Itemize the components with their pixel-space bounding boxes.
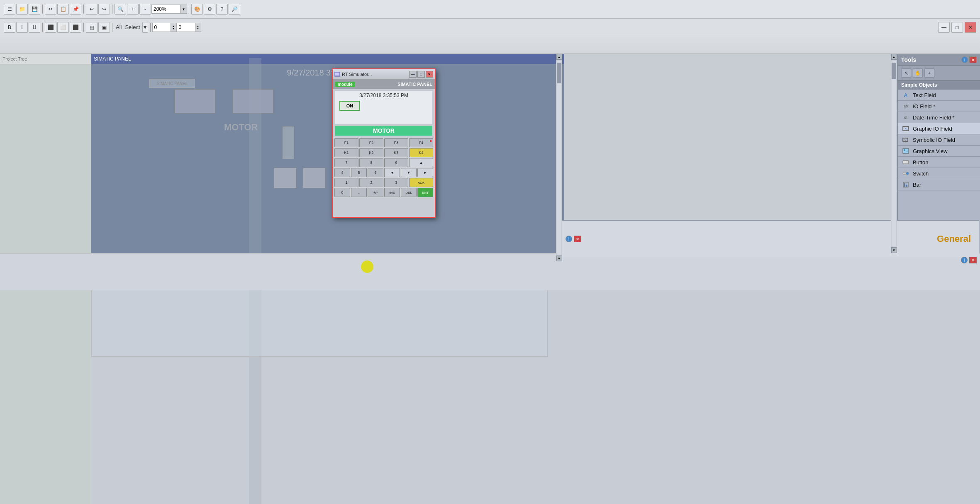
- scroll-track[interactable]: [892, 61, 896, 246]
- keypad-right[interactable]: ►: [417, 168, 433, 177]
- toolbar-select-dropdown[interactable]: ▼: [142, 22, 148, 33]
- keypad-left[interactable]: ◄: [384, 168, 400, 177]
- keypad-8[interactable]: 8: [359, 158, 383, 167]
- keypad-2[interactable]: 2: [359, 178, 383, 187]
- keypad-ins[interactable]: INS: [384, 188, 400, 197]
- general-panel-info[interactable]: i: [566, 236, 572, 242]
- keypad-9[interactable]: 9: [384, 158, 408, 167]
- keypad-1[interactable]: 1: [334, 178, 358, 187]
- window-maximize[interactable]: □: [951, 22, 963, 33]
- tool-item-graphics-view[interactable]: Graphics View: [898, 146, 980, 157]
- scroll-down[interactable]: ▼: [891, 247, 897, 253]
- toolbar-btn-zoom-in[interactable]: +: [127, 4, 139, 15]
- keypad-plusminus[interactable]: +/-: [368, 188, 383, 197]
- keypad-4[interactable]: 4: [334, 168, 350, 177]
- toolbar-layer-1[interactable]: ▤: [86, 22, 98, 33]
- toolbar-layer-2[interactable]: ▣: [98, 22, 110, 33]
- tool-item-symbolic-io-field[interactable]: SI Symbolic IO Field: [898, 134, 980, 146]
- toolbar-btn-zoom[interactable]: 🔍: [115, 4, 126, 15]
- keypad-row-123: 1 2 3 ACK: [334, 178, 433, 187]
- tool-item-switch[interactable]: Switch: [898, 168, 980, 179]
- toolbar-btn-search[interactable]: 🔎: [229, 4, 240, 15]
- toolbar-btn-help[interactable]: ?: [216, 4, 228, 15]
- right-panel-info[interactable]: i: [961, 257, 968, 263]
- zoom-value-input[interactable]: 200%: [151, 5, 180, 14]
- rt-sim-restore[interactable]: □: [417, 71, 425, 78]
- zoom-dropdown[interactable]: ▼: [180, 5, 187, 14]
- tool-hand-btn[interactable]: ✋: [913, 68, 923, 78]
- keypad-0[interactable]: 0: [334, 188, 350, 197]
- keypad-k2[interactable]: K2: [359, 148, 383, 157]
- rt-sim-close[interactable]: ✕: [426, 71, 433, 78]
- toolbar-btn-6[interactable]: 📌: [70, 4, 81, 15]
- coord-x[interactable]: 0: [152, 23, 171, 32]
- keypad-k3[interactable]: K3: [384, 148, 408, 157]
- keypad-up[interactable]: ▲: [409, 158, 433, 167]
- toolbar-sep-5: [42, 23, 43, 32]
- keypad-dot[interactable]: .: [351, 188, 367, 197]
- keypad-f3[interactable]: F3: [384, 138, 408, 147]
- main-scroll-down[interactable]: ▼: [556, 256, 562, 261]
- main-scroll-up[interactable]: ▲: [556, 54, 562, 60]
- keypad-f1[interactable]: F1: [334, 138, 358, 147]
- toolbar-btn-undo[interactable]: ↩: [86, 4, 98, 15]
- toolbar-btn-5[interactable]: 📋: [57, 4, 69, 15]
- tool-item-button[interactable]: Button: [898, 157, 980, 168]
- toolbar-btn-color[interactable]: 🎨: [191, 4, 203, 15]
- tool-item-io-field[interactable]: ab IO Field *: [898, 101, 980, 112]
- toolbar-btn-4[interactable]: ✂: [45, 4, 56, 15]
- tool-item-bar[interactable]: Bar: [898, 179, 980, 190]
- keypad-ack[interactable]: ACK: [409, 178, 433, 187]
- tool-item-datetime-field[interactable]: dt Date-Time Field *: [898, 112, 980, 123]
- general-panel-close[interactable]: ✕: [574, 236, 581, 242]
- rt-sim-simatic-label: SIMATIC PANEL: [397, 82, 432, 87]
- keypad-down[interactable]: ▼: [401, 168, 417, 177]
- toolbar-format-1[interactable]: B: [4, 22, 15, 33]
- keypad-7[interactable]: 7: [334, 158, 358, 167]
- toolbar-sep-8: [150, 23, 151, 32]
- tools-panel-info-btn[interactable]: i: [961, 56, 968, 63]
- motor-display-bg: [174, 89, 216, 114]
- coord-y-up[interactable]: ▲ ▼: [195, 23, 201, 32]
- toolbar-align-right[interactable]: ⬛: [70, 22, 81, 33]
- tools-panel-close-btn[interactable]: ✕: [969, 56, 977, 63]
- pipe-blurred: [282, 126, 295, 159]
- toolbar-btn-1[interactable]: ☰: [4, 4, 15, 15]
- svg-rect-13: [335, 73, 339, 75]
- toolbar-btn-redo[interactable]: ↪: [98, 4, 110, 15]
- keypad-5[interactable]: 5: [351, 168, 367, 177]
- window-close[interactable]: ✕: [965, 22, 976, 33]
- toolbar-format-3[interactable]: U: [29, 22, 40, 33]
- toolbar-format-2[interactable]: I: [16, 22, 28, 33]
- keypad-f2[interactable]: F2: [359, 138, 383, 147]
- keypad-k1[interactable]: K1: [334, 148, 358, 157]
- keypad-3[interactable]: 3: [384, 178, 408, 187]
- tool-cursor-btn[interactable]: ↖: [901, 68, 911, 78]
- toolbar-btn-settings[interactable]: ⚙: [204, 4, 215, 15]
- keypad-row-0: 0 . +/- INS DEL ENT: [334, 188, 433, 197]
- rt-sim-minimize[interactable]: —: [409, 71, 417, 78]
- rt-sim-title-text: RT Simulator...: [342, 72, 372, 77]
- window-minimize[interactable]: —: [938, 22, 950, 33]
- toolbar-btn-3[interactable]: 💾: [29, 4, 40, 15]
- keypad-6[interactable]: 6: [368, 168, 383, 177]
- keypad-k4[interactable]: K4: [409, 148, 433, 157]
- coord-x-up[interactable]: ▲ ▼: [171, 23, 177, 32]
- keypad-f4[interactable]: F4: [409, 138, 433, 147]
- keypad-ent[interactable]: ENT: [417, 188, 433, 197]
- right-panel-close[interactable]: ✕: [969, 257, 977, 263]
- rt-sim-on-button[interactable]: ON: [339, 101, 360, 111]
- tool-item-graphic-io-field[interactable]: Graphic IO Field: [898, 123, 980, 134]
- scroll-up[interactable]: ▲: [891, 54, 897, 60]
- toolbar-align-center[interactable]: ⬜: [57, 22, 69, 33]
- tool-add-btn[interactable]: +: [924, 68, 934, 78]
- keypad-del[interactable]: DEL: [401, 188, 417, 197]
- all-label: All: [116, 24, 122, 30]
- toolbar-align-left[interactable]: ⬛: [45, 22, 56, 33]
- coord-y[interactable]: 0: [177, 23, 195, 32]
- main-scroll-track[interactable]: [557, 61, 561, 255]
- tool-item-text-field[interactable]: A Text Field: [898, 90, 980, 101]
- toolbar-btn-zoom-out[interactable]: -: [139, 4, 151, 15]
- button-icon: [902, 159, 909, 166]
- toolbar-btn-2[interactable]: 📁: [16, 4, 28, 15]
